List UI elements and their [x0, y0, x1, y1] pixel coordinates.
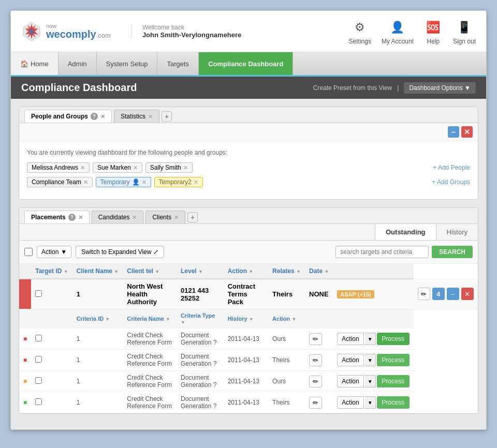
tab-clients[interactable]: Clients ✕ — [145, 211, 185, 223]
help-icon: 🆘 — [424, 18, 443, 37]
remove-melissa-icon[interactable]: ✕ — [80, 165, 85, 171]
col-relates[interactable]: Relates — [268, 264, 305, 279]
sub-row-4-criteria-id: 1 — [72, 392, 123, 413]
people-groups-help-icon[interactable]: ? — [91, 113, 98, 120]
account-button[interactable]: 👤 My Account — [382, 18, 414, 45]
sub-row-3-action: Ours — [268, 371, 305, 392]
sub-row-2-action-button[interactable]: Action — [337, 354, 363, 366]
search-button[interactable]: SEARCH — [432, 246, 473, 258]
sub-row-3-action-arrow[interactable]: ▼ — [365, 375, 376, 387]
sub-row-2-process-button[interactable]: Process — [377, 354, 410, 366]
main-target-id: 1 — [72, 279, 123, 309]
sub-row-3-process-button[interactable]: Process — [377, 375, 410, 387]
add-placements-tab-button[interactable]: + — [187, 212, 198, 222]
sub-row-3-checkbox[interactable] — [35, 377, 42, 384]
signout-icon: 📱 — [455, 18, 474, 37]
people-groups-close-icon[interactable]: ✕ — [100, 113, 105, 120]
sub-row-1-checkbox[interactable] — [35, 335, 42, 341]
tab-statistics[interactable]: Statistics ✕ — [114, 110, 159, 123]
remove-temporary2-icon[interactable]: ✕ — [194, 179, 198, 186]
nav-system-setup[interactable]: System Setup — [97, 52, 158, 75]
sub-row-1-help-icon[interactable]: ? — [213, 339, 217, 346]
placements-close-icon[interactable]: ✕ — [78, 214, 83, 221]
action-dropdown[interactable]: Action ▼ — [37, 246, 71, 258]
sub-row-2-action-arrow[interactable]: ▼ — [365, 354, 376, 366]
col-client-name[interactable]: Client Name — [72, 264, 123, 279]
tab-placements[interactable]: Placements ? ✕ — [24, 211, 90, 223]
sub-row-2-criteria-id: 1 — [72, 350, 123, 371]
sub-row-1-history: 2011-04-13 — [224, 328, 268, 350]
sub-row-4-help-icon[interactable]: ? — [213, 402, 217, 410]
sub-row-1-process-button[interactable]: Process — [377, 333, 410, 345]
remove-sally-icon[interactable]: ✕ — [183, 165, 188, 171]
sub-row-4-action-arrow[interactable]: ▼ — [365, 396, 376, 409]
placements-panel-tabs: Placements ? ✕ Candidates ✕ Clients ✕ + — [19, 208, 478, 224]
signout-button[interactable]: 📱 Sign out — [453, 18, 476, 45]
add-people-link[interactable]: + Add People — [433, 164, 470, 171]
nav-home[interactable]: 🏠 Home — [11, 52, 59, 75]
col-level[interactable]: Level — [177, 264, 224, 279]
add-groups-link[interactable]: + Add Groups — [432, 178, 470, 186]
content-area: People and Groups ? ✕ Statistics ✕ + – ✕… — [11, 99, 486, 429]
remove-temporary-icon[interactable]: ✕ — [142, 179, 147, 186]
add-tab-button[interactable]: + — [162, 111, 172, 122]
sub-row-3-edit-button[interactable]: ✏ — [309, 376, 322, 387]
sub-row-1-action-button[interactable]: Action — [337, 333, 363, 345]
remove-compliance-team-icon[interactable]: ✕ — [83, 179, 88, 186]
settings-button[interactable]: ⚙ Settings — [349, 18, 371, 45]
tab-people-groups[interactable]: People and Groups ? ✕ — [24, 110, 112, 123]
sub-col-criteria-id[interactable]: Criteria ID ▼ — [72, 309, 123, 328]
tab-history[interactable]: History — [436, 224, 478, 240]
sub-row-2-edit-button[interactable]: ✏ — [309, 354, 322, 366]
sub-row-4-edit-button[interactable]: ✏ — [309, 397, 322, 409]
sub-col-action[interactable]: Action ▼ — [268, 309, 305, 328]
clients-close-icon[interactable]: ✕ — [174, 214, 179, 221]
minus-button[interactable]: – — [447, 288, 459, 300]
col-client-tel[interactable]: Client tel — [123, 264, 177, 279]
sub-row-4-process-button[interactable]: Process — [377, 396, 410, 409]
sub-row-4-checkbox[interactable] — [35, 398, 42, 405]
minimize-button[interactable]: – — [448, 126, 459, 138]
edit-main-button[interactable]: ✏ — [418, 288, 430, 300]
dashboard-options-button[interactable]: Dashboard Options ▼ — [404, 82, 476, 94]
candidates-close-icon[interactable]: ✕ — [132, 214, 137, 221]
sub-col-criteria-name[interactable]: Criteria Name ▼ — [123, 309, 177, 328]
statistics-close-icon[interactable]: ✕ — [148, 113, 153, 120]
count-button[interactable]: 4 — [432, 288, 445, 300]
sub-row-3-action-button[interactable]: Action — [337, 375, 363, 387]
help-button[interactable]: 🆘 Help — [424, 18, 443, 45]
nav-targets[interactable]: Targets — [157, 52, 199, 75]
sub-col-history[interactable]: History ▼ — [224, 309, 268, 328]
sub-row-1: ■ 1 Credit Check Reference Form Document… — [19, 328, 478, 350]
close-button[interactable]: ✕ — [461, 126, 473, 138]
temporary-person-icon: 👤 — [132, 178, 140, 186]
view-tabs: Outstanding History — [19, 224, 478, 241]
people-groups-label: People and Groups — [31, 113, 88, 120]
tag-melissa-andrews: Melissa Andrews ✕ — [27, 162, 90, 173]
col-date[interactable]: Date — [305, 264, 333, 279]
sub-row-4-action-button[interactable]: Action — [337, 396, 363, 409]
delete-main-button[interactable]: ✕ — [461, 288, 474, 300]
nav-compliance-dashboard[interactable]: Compliance Dashboard — [199, 52, 293, 75]
sub-row-2-help-icon[interactable]: ? — [213, 360, 217, 367]
remove-sue-icon[interactable]: ✕ — [133, 165, 138, 171]
sub-col-criteria-type[interactable]: Criteria Type ▼ — [177, 309, 224, 328]
sub-row-3-help-icon[interactable]: ? — [213, 381, 217, 389]
switch-view-button[interactable]: Switch to Expanded View ⤢ — [76, 246, 164, 258]
tab-candidates[interactable]: Candidates ✕ — [92, 211, 144, 223]
placements-panel: Placements ? ✕ Candidates ✕ Clients ✕ + — [19, 207, 478, 414]
welcome-area: Wellcome back John Smith-Verylongnameher… — [131, 24, 349, 39]
col-target-id[interactable]: Target ID — [31, 264, 72, 279]
search-input[interactable] — [335, 246, 429, 258]
create-preset-link[interactable]: Create Preset from this View — [313, 84, 392, 92]
placements-help-icon[interactable]: ? — [68, 214, 76, 221]
select-all-checkbox[interactable] — [24, 248, 33, 256]
sub-row-1-edit-button[interactable]: ✏ — [309, 333, 322, 345]
sub-row-1-action-arrow[interactable]: ▼ — [365, 333, 376, 345]
sub-row-2-action: Theirs — [268, 350, 305, 371]
tab-outstanding[interactable]: Outstanding — [375, 224, 436, 240]
col-action[interactable]: Action — [224, 264, 268, 279]
nav-admin[interactable]: Admin — [59, 52, 97, 75]
row-checkbox[interactable] — [35, 290, 42, 297]
sub-row-2-checkbox[interactable] — [35, 356, 42, 363]
